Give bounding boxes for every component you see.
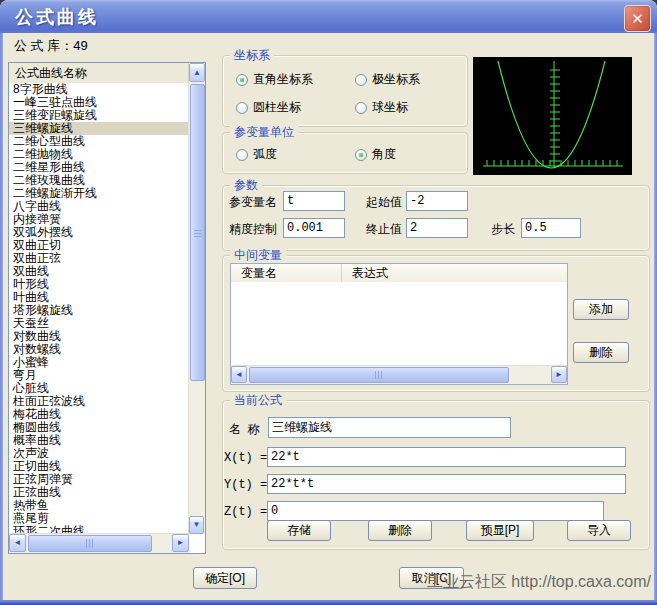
- arrow-down-icon: ▼: [193, 521, 201, 529]
- ok-button[interactable]: 确定[O]: [193, 567, 257, 589]
- y-formula-label: Y(t) =: [224, 478, 267, 492]
- add-button[interactable]: 添加: [573, 299, 629, 320]
- table-scroll-left-button[interactable]: ◄: [231, 366, 247, 383]
- radio-rectangular-coord[interactable]: 直角坐标系: [236, 71, 313, 88]
- scroll-right-button[interactable]: ►: [172, 534, 189, 552]
- close-icon: ✕: [631, 10, 644, 28]
- scroll-down-button[interactable]: ▼: [189, 516, 204, 534]
- library-label-text: 公 式 库：: [14, 38, 73, 53]
- intermediate-table[interactable]: 变量名 表达式 ◄ ►: [230, 263, 568, 385]
- z-formula-input[interactable]: [267, 501, 604, 521]
- end-value-input[interactable]: [406, 218, 468, 238]
- arrow-right-icon: ►: [177, 539, 185, 547]
- horizontal-scrollbar-thumb[interactable]: [28, 535, 152, 552]
- step-input[interactable]: [521, 218, 581, 238]
- table-scroll-right-button[interactable]: ►: [551, 366, 567, 383]
- arrow-left-icon: ◄: [235, 371, 243, 379]
- end-value-label: 终止值: [366, 222, 402, 236]
- coordinate-system-group: 坐标系: [222, 55, 468, 127]
- current-formula-caption: 当前公式: [230, 393, 286, 407]
- scroll-up-button[interactable]: ▲: [189, 63, 205, 82]
- x-formula-label: X(t) =: [224, 451, 267, 465]
- column-variable-name[interactable]: 变量名: [231, 264, 342, 282]
- curve-list: 公式曲线名称 8字形曲线一峰三驻点曲线三维变距螺旋线三维螺旋线二维心型曲线二维抛…: [8, 62, 206, 554]
- radio-label: 角度: [372, 146, 396, 163]
- scroll-left-button[interactable]: ◄: [9, 534, 26, 552]
- arrow-up-icon: ▲: [193, 69, 201, 77]
- column-expression[interactable]: 表达式: [342, 264, 388, 282]
- precision-input[interactable]: [283, 218, 345, 238]
- radio-label: 圆柱坐标: [253, 99, 301, 116]
- table-scrollbar-thumb[interactable]: [249, 367, 509, 383]
- delete-variable-button[interactable]: 删除: [573, 342, 629, 363]
- formula-name-input[interactable]: [268, 417, 511, 438]
- param-unit-caption: 参变量单位: [230, 125, 298, 139]
- intermediate-caption: 中间变量: [230, 248, 286, 262]
- import-button[interactable]: 导入: [567, 520, 631, 541]
- watermark-text: 工业云社区 http://top.caxa.com/: [427, 572, 651, 593]
- parameters-caption: 参数: [230, 178, 262, 192]
- radio-label: 直角坐标系: [253, 71, 313, 88]
- title-bar[interactable]: 公式曲线 ✕: [0, 0, 657, 33]
- close-button[interactable]: ✕: [624, 5, 651, 32]
- radio-degree[interactable]: 角度: [355, 146, 396, 163]
- library-count-value: 49: [73, 38, 87, 53]
- intermediate-table-body[interactable]: [231, 282, 567, 366]
- dialog-title: 公式曲线: [15, 5, 99, 29]
- radio-icon[interactable]: [355, 149, 367, 161]
- dialog-content: 公 式 库：49 公式曲线名称 8字形曲线一峰三驻点曲线三维变距螺旋线三维螺旋线…: [3, 33, 654, 600]
- precision-label: 精度控制: [229, 222, 277, 236]
- radio-icon[interactable]: [236, 74, 248, 86]
- preview-button[interactable]: 预显[P]: [466, 520, 534, 541]
- radio-icon[interactable]: [355, 74, 367, 86]
- start-value-label: 起始值: [366, 195, 402, 209]
- intermediate-table-header: 变量名 表达式: [231, 264, 567, 283]
- curve-list-items[interactable]: 8字形曲线一峰三驻点曲线三维变距螺旋线三维螺旋线二维心型曲线二维抛物线二维星形曲…: [9, 83, 189, 534]
- radio-polar-coord[interactable]: 极坐标系: [355, 71, 420, 88]
- start-value-input[interactable]: [406, 191, 468, 211]
- radio-label: 球坐标: [372, 99, 408, 116]
- radio-cylindrical-coord[interactable]: 圆柱坐标: [236, 99, 301, 116]
- store-button[interactable]: 存储: [267, 520, 331, 541]
- x-formula-input[interactable]: [267, 447, 626, 467]
- radio-icon[interactable]: [236, 102, 248, 114]
- arrow-right-icon: ►: [555, 371, 563, 379]
- vertical-scrollbar[interactable]: ▼: [188, 82, 205, 534]
- coordinate-system-caption: 坐标系: [230, 48, 274, 62]
- delete-formula-button[interactable]: 删除: [368, 520, 432, 541]
- horizontal-scrollbar[interactable]: ◄ ►: [9, 533, 189, 553]
- radio-radian[interactable]: 弧度: [236, 146, 277, 163]
- z-formula-label: Z(t) =: [224, 505, 267, 519]
- radio-icon[interactable]: [236, 149, 248, 161]
- formula-name-label: 名 称: [229, 422, 260, 436]
- formula-curve-dialog: 公式曲线 ✕ 公 式 库：49 公式曲线名称 8字形曲线一峰三驻点曲线三维变距螺…: [0, 0, 657, 605]
- y-formula-input[interactable]: [267, 474, 626, 494]
- radio-spherical-coord[interactable]: 球坐标: [355, 99, 408, 116]
- table-horizontal-scrollbar[interactable]: ◄ ►: [231, 365, 567, 384]
- arrow-left-icon: ◄: [14, 539, 22, 547]
- param-name-label: 参变量名: [229, 195, 277, 209]
- curve-list-header: 公式曲线名称: [9, 63, 189, 84]
- vertical-scrollbar-thumb[interactable]: [190, 84, 205, 381]
- step-label: 步长: [491, 222, 515, 236]
- window-border-bottom: [0, 600, 657, 605]
- parabola-plot: [473, 57, 632, 175]
- radio-icon[interactable]: [355, 102, 367, 114]
- param-name-input[interactable]: [283, 191, 345, 211]
- radio-label: 弧度: [253, 146, 277, 163]
- library-count-label: 公 式 库：49: [14, 39, 88, 53]
- radio-label: 极坐标系: [372, 71, 420, 88]
- curve-preview: [473, 57, 632, 175]
